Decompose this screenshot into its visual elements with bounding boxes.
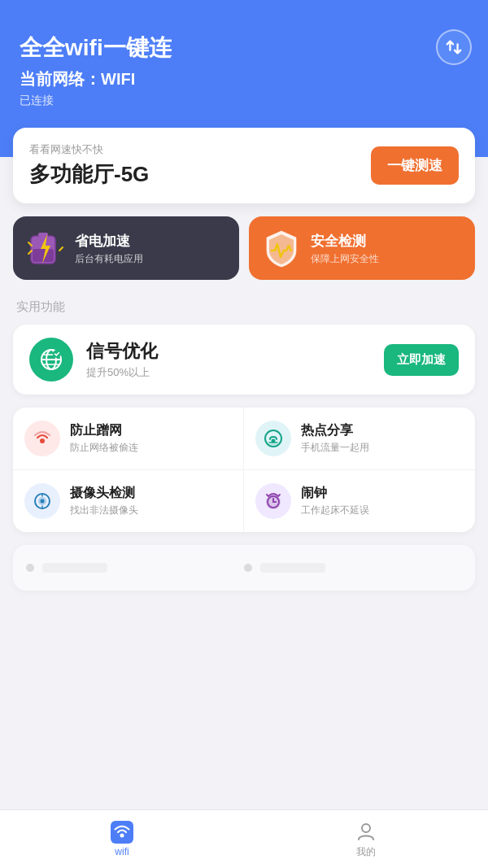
svg-point-30	[120, 834, 124, 838]
section-title: 实用功能	[16, 299, 472, 315]
svg-line-28	[278, 495, 280, 496]
svg-point-31	[362, 824, 370, 832]
signal-title: 信号优化	[86, 339, 158, 364]
svg-line-27	[267, 495, 268, 496]
banner-row: 省电加速 后台有耗电应用 安全检测 保障上网安全性	[13, 216, 475, 280]
network-info: 当前网络：WIFI	[20, 68, 468, 90]
camera-icon	[24, 483, 60, 519]
mine-tab[interactable]: 我的	[244, 820, 488, 859]
hotspot-share-sub: 手机流量一起用	[301, 441, 369, 455]
signal-icon-wrap	[29, 338, 73, 382]
share-icon	[255, 421, 291, 456]
speed-test-card: 看看网速快不快 多功能厅-5G 一键测速	[13, 128, 475, 203]
prevent-leeching-item[interactable]: 防止蹭网 防止网络被偷连	[13, 408, 244, 470]
wifi-nav-icon	[111, 821, 133, 844]
camera-detect-item[interactable]: 摄像头检测 找出非法摄像头	[13, 470, 244, 532]
svg-rect-29	[111, 821, 133, 844]
alarm-item[interactable]: 闹钟 工作起床不延误	[244, 470, 475, 532]
security-check-banner[interactable]: 安全检测 保障上网安全性	[249, 216, 475, 280]
prevent-leeching-title: 防止蹭网	[70, 422, 138, 439]
back-button[interactable]	[436, 29, 472, 65]
hotspot-share-item[interactable]: 热点分享 手机流量一起用	[244, 408, 475, 470]
network-value: WIFI	[101, 70, 135, 88]
signal-text-block: 信号优化 提升50%以上	[86, 339, 158, 380]
bottom-nav: wifi 我的	[0, 809, 488, 868]
security-title: 安全检测	[311, 232, 379, 251]
power-save-text: 省电加速 后台有耗电应用	[75, 232, 143, 266]
alarm-title: 闹钟	[301, 485, 369, 502]
svg-point-20	[41, 499, 45, 504]
partial-item-2	[244, 556, 462, 579]
network-label: 当前网络：	[20, 70, 101, 88]
svg-point-13	[40, 438, 45, 443]
signal-optimize-row: 信号优化 提升50%以上 立即加速	[13, 325, 475, 395]
user-nav-icon	[355, 820, 377, 843]
prevent-leeching-text: 防止蹭网 防止网络被偷连	[70, 422, 138, 455]
alarm-icon	[255, 483, 291, 519]
alarm-sub: 工作起床不延误	[301, 504, 369, 517]
partial-dot-2	[244, 564, 252, 572]
hotspot-share-text: 热点分享 手机流量一起用	[301, 422, 369, 455]
battery-icon	[24, 228, 67, 270]
network-name: 多功能厅-5G	[29, 160, 149, 189]
power-save-banner[interactable]: 省电加速 后台有耗电应用	[13, 216, 239, 280]
hotspot-share-title: 热点分享	[301, 422, 369, 439]
boost-button[interactable]: 立即加速	[384, 344, 459, 376]
speed-test-button[interactable]: 一键测速	[371, 146, 459, 185]
security-subtitle: 保障上网安全性	[311, 252, 379, 266]
wifi-tab-label: wifi	[115, 846, 129, 857]
security-check-text: 安全检测 保障上网安全性	[311, 232, 379, 266]
alarm-text: 闹钟 工作起床不延误	[301, 485, 369, 517]
camera-detect-text: 摄像头检测 找出非法摄像头	[70, 485, 138, 517]
partial-dot-1	[26, 564, 34, 572]
card-subtitle: 看看网速快不快	[29, 142, 149, 157]
partial-item-1	[26, 556, 244, 579]
shield-icon	[260, 228, 303, 270]
grid-features: 防止蹭网 防止网络被偷连 热点分享 手机流量一起用	[13, 408, 475, 532]
mine-tab-label: 我的	[356, 845, 376, 859]
power-save-subtitle: 后台有耗电应用	[75, 252, 143, 266]
signal-sub: 提升50%以上	[86, 365, 158, 380]
swap-icon	[445, 38, 463, 56]
prevent-leeching-sub: 防止网络被偷连	[70, 441, 138, 455]
card-text: 看看网速快不快 多功能厅-5G	[29, 142, 149, 189]
partial-row	[13, 545, 475, 591]
wifi-tab[interactable]: wifi	[0, 821, 244, 857]
partial-line-2	[260, 563, 325, 573]
camera-detect-sub: 找出非法摄像头	[70, 504, 138, 517]
app-title: 全全wifi一键连	[20, 33, 468, 63]
wifi-detect-icon	[24, 421, 60, 456]
power-save-title: 省电加速	[75, 232, 143, 251]
connection-status: 已连接	[20, 94, 468, 108]
partial-line-1	[42, 563, 107, 573]
svg-line-5	[59, 247, 63, 251]
signal-optimize-icon	[39, 347, 63, 372]
camera-detect-title: 摄像头检测	[70, 485, 138, 502]
